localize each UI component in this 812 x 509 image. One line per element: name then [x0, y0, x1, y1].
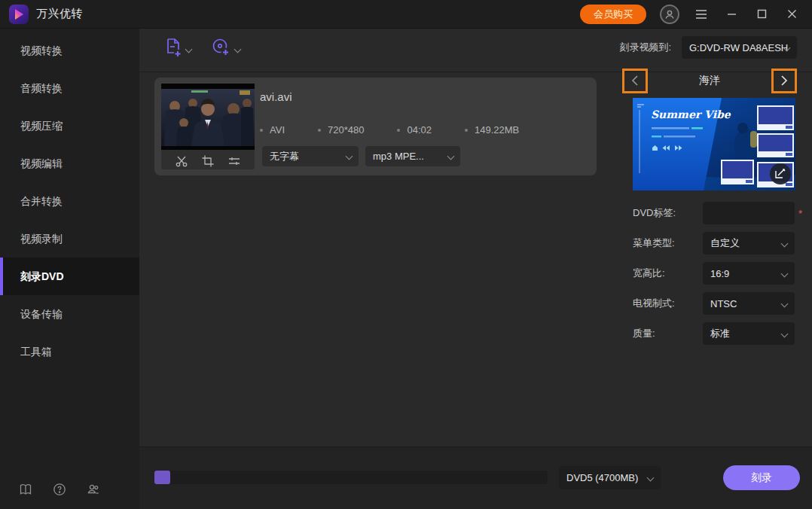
disc-capacity-value: DVD5 (4700MB) [566, 472, 638, 483]
required-asterisk: * [798, 208, 802, 219]
quality-row: 质量: 标准 [633, 322, 806, 345]
account-avatar[interactable] [660, 5, 679, 24]
burn-destination-value: G:DVD-RW DA8AESH [689, 42, 788, 53]
community-icon[interactable] [86, 482, 101, 497]
close-icon[interactable] [783, 6, 800, 23]
chevron-down-icon [185, 46, 193, 53]
subtitle-select-value: 无字幕 [270, 150, 299, 163]
sidebar-item-toolbox[interactable]: 工具箱 [0, 333, 139, 370]
sidebar-item-audio-convert[interactable]: 音频转换 [0, 69, 139, 107]
file-meta-row: AVI 720*480 04:02 149.22MB [260, 124, 519, 136]
effects-adjust-icon[interactable] [227, 154, 241, 168]
app-window: 万兴优转 会员购买 视频转换 音频转换 [0, 0, 812, 509]
burn-destination-select[interactable]: G:DVD-RW DA8AESH [682, 36, 797, 59]
chevron-down-icon [647, 474, 655, 482]
menu-type-label: 菜单类型: [633, 236, 703, 250]
quality-label: 质量: [633, 327, 703, 340]
tv-standard-value: NTSC [710, 298, 737, 309]
clip-tools [161, 154, 255, 168]
chevron-down-icon [346, 153, 353, 160]
template-next-button[interactable] [771, 69, 797, 93]
capacity-progress-fill [154, 471, 170, 484]
aspect-ratio-select[interactable]: 16:9 [703, 262, 795, 285]
sidebar-item-merge-convert[interactable]: 合并转换 [0, 182, 139, 220]
template-thumb-slot [757, 105, 794, 130]
video-file-card: avi.avi AVI 720*480 04:02 149.22MB 无字幕 m… [154, 78, 597, 175]
aspect-ratio-label: 宽高比: [633, 267, 703, 280]
app-logo-icon [9, 5, 29, 24]
aspect-ratio-value: 16:9 [710, 268, 729, 279]
titlebar: 万兴优转 会员购买 [0, 0, 812, 29]
chevron-down-icon [781, 270, 789, 278]
chevron-down-icon [447, 153, 455, 160]
tv-standard-select[interactable]: NTSC [703, 292, 795, 315]
capacity-progress-track [154, 471, 548, 484]
chevron-down-icon [781, 300, 789, 308]
burn-destination-row: 刻录视频到: G:DVD-RW DA8AESH [619, 36, 797, 59]
quality-value: 标准 [710, 327, 730, 340]
help-icon[interactable] [52, 482, 67, 497]
template-thumb-slot [757, 133, 794, 157]
dvd-label-input[interactable] [703, 202, 795, 224]
menu-type-select[interactable]: 自定义 [703, 232, 795, 254]
file-resolution: 720*480 [328, 124, 364, 136]
sidebar-item-device-transfer[interactable]: 设备传输 [0, 295, 139, 333]
sidebar-item-burn-dvd[interactable]: 刻录DVD [0, 258, 139, 295]
chevron-down-icon [781, 240, 789, 248]
menu-icon[interactable] [693, 6, 710, 23]
aspect-ratio-row: 宽高比: 16:9 [633, 262, 806, 285]
burn-button[interactable]: 刻录 [723, 465, 800, 490]
tv-standard-label: 电视制式: [633, 297, 703, 310]
main-area: 刻录视频到: G:DVD-RW DA8AESH [139, 29, 812, 509]
file-name: avi.avi [260, 90, 292, 103]
chevron-down-icon [781, 331, 789, 338]
burn-destination-label: 刻录视频到: [619, 41, 671, 54]
chevron-down-icon [234, 46, 242, 53]
audio-track-select-value: mp3 MPE... [373, 151, 424, 162]
tv-standard-row: 电视制式: NTSC [633, 292, 806, 315]
audio-track-select[interactable]: mp3 MPE... [365, 146, 460, 166]
add-file-button[interactable] [163, 37, 191, 58]
video-thumbnail [161, 84, 255, 169]
sidebar-item-video-convert[interactable]: 视频转换 [0, 32, 139, 69]
menu-type-value: 自定义 [710, 236, 740, 250]
maximize-icon[interactable] [753, 6, 770, 23]
sidebar-nav: 视频转换 音频转换 视频压缩 视频编辑 合并转换 视频录制 刻录DVD 设备传输… [0, 29, 139, 370]
sidebar-item-video-compress[interactable]: 视频压缩 [0, 107, 139, 145]
file-format: AVI [270, 124, 285, 136]
quality-select[interactable]: 标准 [703, 322, 795, 345]
template-chooser-row: 海洋 [622, 68, 797, 93]
bottom-bar: DVD5 (4700MB) 刻录 [139, 447, 812, 509]
minimize-icon[interactable] [723, 6, 740, 23]
disc-capacity-select[interactable]: DVD5 (4700MB) [559, 466, 661, 489]
subtitle-select[interactable]: 无字幕 [262, 146, 359, 166]
file-size: 149.22MB [475, 124, 519, 136]
file-duration: 04:02 [407, 124, 432, 136]
add-disc-button[interactable] [211, 37, 240, 58]
trim-scissors-icon[interactable] [175, 154, 188, 168]
app-title: 万兴优转 [36, 7, 83, 21]
template-prev-button[interactable] [622, 69, 648, 93]
sidebar-item-screen-record[interactable]: 视频录制 [0, 220, 139, 258]
template-preview[interactable]: Summer Vibe [633, 98, 795, 190]
template-thumb-slot [721, 160, 754, 184]
membership-button[interactable]: 会员购买 [580, 5, 646, 24]
template-name: 海洋 [699, 74, 720, 87]
sidebar: 视频转换 音频转换 视频压缩 视频编辑 合并转换 视频录制 刻录DVD 设备传输… [0, 29, 139, 509]
crop-icon[interactable] [201, 154, 215, 168]
dvd-label-row: DVD标签: * [633, 202, 806, 224]
guide-book-icon[interactable] [18, 482, 33, 497]
template-preview-title: Summer Vibe [651, 108, 731, 120]
menu-type-row: 菜单类型: 自定义 [633, 232, 806, 254]
sidebar-item-video-edit[interactable]: 视频编辑 [0, 145, 139, 182]
template-edit-icon [770, 163, 791, 184]
dvd-label-label: DVD标签: [633, 206, 703, 220]
